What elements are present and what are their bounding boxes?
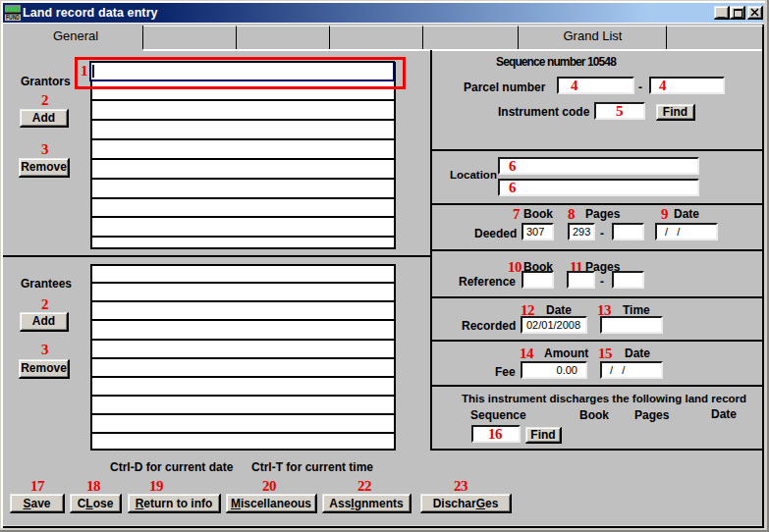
- svg-text:FUND: FUND: [6, 13, 20, 21]
- svg-text:NEMRC: NEMRC: [6, 6, 21, 13]
